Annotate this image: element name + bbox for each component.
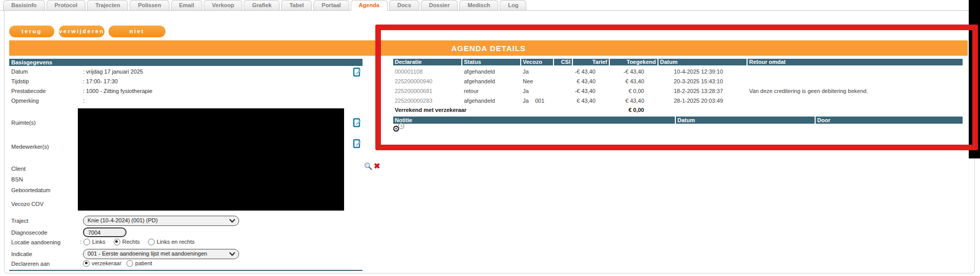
field-label-declareren-aan: Declareren aan — [11, 261, 50, 267]
cell-tarief: -€ 43,40 — [573, 86, 609, 96]
cell-toegekend: -€ 43,40 — [610, 67, 657, 77]
basisgegevens-header: Basisgegevens — [9, 59, 363, 66]
clock-icon — [398, 123, 404, 129]
tab-polissen[interactable]: Polissen — [130, 0, 169, 10]
field-label-indicatie: Indicatie — [11, 251, 32, 258]
locatie-radio-group: : Links Rechts Links en rechts — [80, 238, 195, 245]
tab-trajecten[interactable]: Trajecten — [87, 0, 128, 10]
field-label-diagnosecode: Diagnosecode — [11, 229, 47, 236]
field-label-ruimtes: Ruimte(s) — [11, 120, 36, 126]
section-header-bar: AGENDA DETAILS — [9, 40, 968, 56]
cell-status: afgehandeld — [462, 96, 520, 106]
page-title: AGENDA DETAILS — [9, 44, 968, 53]
tab-bar: Basisinfo Protocol Trajecten Polissen Em… — [0, 0, 980, 11]
back-button[interactable]: terug — [9, 26, 54, 37]
field-label-bsn: BSN — [11, 176, 23, 183]
panel-divider — [9, 270, 363, 271]
field-label-traject: Traject — [11, 218, 28, 224]
col-status: Status — [462, 59, 520, 65]
tab-dossier[interactable]: Dossier — [421, 0, 458, 10]
cell-declaratie: 225200000940 — [393, 77, 461, 86]
cell-status: retour — [462, 86, 520, 96]
cell-declaratie: 000001108 — [393, 67, 461, 77]
col-door: Door — [816, 117, 963, 124]
cell-datum: 10-4-2025 12:39:10 — [658, 67, 747, 77]
cell-retour — [748, 96, 963, 106]
radio-rechts-label: Rechts — [122, 239, 140, 245]
table-row[interactable]: 225200000283 afgehandeld Ja 001 € 43,40 … — [393, 96, 963, 106]
edit-ruimtes-icon[interactable] — [353, 118, 362, 128]
col-csi: CSI — [554, 59, 572, 65]
tab-tabel[interactable]: Tabel — [281, 0, 312, 10]
cell-csi: 001 — [534, 96, 551, 106]
field-label-locatie: Locatie aandoening — [11, 239, 60, 246]
indicatie-select[interactable]: 001 - Eerste aandoening lijst met aandoe… — [83, 249, 239, 259]
field-label-opmerking: Opmerking — [11, 98, 39, 104]
cell-csi — [534, 67, 551, 77]
cell-datum: 20-3-2025 15:43:10 — [658, 77, 747, 86]
cell-toegekend: € 0,00 — [610, 86, 657, 96]
field-label-medewerkers: Medewerker(s) — [11, 144, 49, 150]
field-value-tijdstip: : 17:00- 17:30 — [83, 78, 118, 85]
col-tarief: Tarief — [573, 59, 609, 65]
tab-portaal[interactable]: Portaal — [313, 0, 349, 10]
redacted-patient-data — [78, 108, 344, 211]
tab-agenda[interactable]: Agenda — [351, 0, 388, 11]
tab-log[interactable]: Log — [500, 0, 526, 10]
chevron-down-icon — [229, 252, 235, 256]
radio-links-label: Links — [92, 239, 105, 245]
tab-basisinfo[interactable]: Basisinfo — [3, 0, 45, 10]
note-settings-button[interactable]: ⚙ — [392, 124, 406, 136]
tab-grafiek[interactable]: Grafiek — [244, 0, 280, 10]
delete-button[interactable]: verwijderen — [59, 26, 104, 37]
table-row[interactable]: 000001108 afgehandeld Ja -€ 43,40 -€ 43,… — [393, 67, 963, 77]
summary-row: Verrekend met verzekeraar € 0,00 — [393, 106, 963, 115]
tab-verkoop[interactable]: Verkoop — [204, 0, 242, 10]
traject-select-value: Knie (10-4-2024) (001) (PD) — [88, 217, 158, 223]
table-row[interactable]: 225200000940 afgehandeld Nee € 43,40 € 4… — [393, 77, 963, 86]
summary-toegekend: € 0,00 — [610, 106, 657, 115]
tab-docs[interactable]: Docs — [389, 0, 419, 10]
cell-status: afgehandeld — [462, 67, 520, 77]
radio-patient[interactable] — [126, 260, 133, 267]
radio-links-en-rechts[interactable] — [148, 239, 155, 245]
field-label-vecozo-cov: Vecozo COV — [11, 201, 44, 208]
do-not-declare-button[interactable]: niet declareren — [109, 26, 165, 37]
col-declaratie: Declaratie — [393, 59, 461, 65]
cell-declaratie: 225200000681 — [393, 86, 461, 96]
edit-medewerkers-icon[interactable] — [353, 139, 362, 149]
clear-client-icon[interactable]: ✖ — [374, 162, 380, 170]
radio-patient-label: patient — [135, 260, 152, 266]
radio-links[interactable] — [83, 239, 90, 245]
cell-csi — [534, 86, 551, 96]
declareren-radio-group: verzekeraar patient — [83, 260, 152, 267]
redacted-right-strip — [969, 0, 980, 158]
notes-table-header: Notitie Datum Door — [393, 117, 963, 124]
radio-rechts[interactable] — [114, 239, 120, 245]
table-row[interactable]: 225200000681 retour Ja -€ 43,40 € 0,00 1… — [393, 86, 963, 96]
tab-protocol[interactable]: Protocol — [47, 0, 86, 10]
summary-label: Verrekend met verzekeraar — [393, 106, 609, 115]
field-value-opmerking: : — [83, 98, 84, 104]
field-label-geboortedatum: Geboortedatum — [11, 187, 50, 194]
traject-select[interactable]: Knie (10-4-2024) (001) (PD) — [83, 216, 239, 226]
cell-tarief: € 43,40 — [573, 96, 609, 106]
locatie-prefix: : — [80, 239, 81, 245]
radio-verzekeraar[interactable] — [83, 260, 90, 267]
diagnosecode-input[interactable] — [83, 227, 126, 237]
field-label-prestatiecode: Prestatiecode — [11, 88, 46, 95]
declarations-table-header: Declaratie Status Vecozo CSI Tarief Toeg… — [393, 59, 963, 65]
declarations-table: Declaratie Status Vecozo CSI Tarief Toeg… — [393, 59, 963, 115]
edit-datum-icon[interactable] — [353, 67, 362, 77]
col-toegekend: Toegekend — [610, 59, 657, 65]
search-icon[interactable] — [364, 162, 372, 170]
cell-toegekend: € 43,40 — [610, 77, 657, 86]
cell-retour: Van deze creditering is geen debitering … — [748, 86, 963, 96]
cell-status: afgehandeld — [462, 77, 520, 86]
field-value-datum: : vrijdag 17 januari 2025 — [83, 68, 143, 75]
tab-medisch[interactable]: Medisch — [459, 0, 498, 10]
field-label-datum: Datum — [11, 68, 28, 75]
cell-retour — [748, 77, 963, 86]
chevron-down-icon — [229, 219, 235, 223]
tab-email[interactable]: Email — [171, 0, 202, 10]
